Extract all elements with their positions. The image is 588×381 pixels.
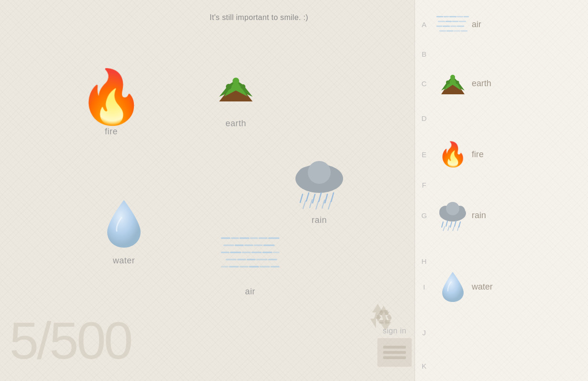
sidebar-row-b: B bbox=[415, 50, 588, 58]
sidebar-row-a: A air bbox=[415, 14, 588, 34]
sidebar-letter-e: E bbox=[415, 150, 434, 159]
earth-label: earth bbox=[225, 119, 246, 129]
sign-in-label: sign in bbox=[383, 327, 406, 335]
sidebar-letter-f: F bbox=[415, 181, 434, 189]
score-display: 5/500 bbox=[10, 314, 131, 367]
menu-bar-2 bbox=[383, 351, 406, 354]
water-emoji-large bbox=[102, 198, 145, 252]
sign-in-area[interactable]: sign in bbox=[377, 327, 412, 367]
menu-bar-1 bbox=[383, 346, 406, 349]
svg-point-71 bbox=[450, 75, 455, 80]
sidebar-icon-fire: 🔥 bbox=[434, 140, 472, 168]
sidebar-label-earth: earth bbox=[472, 79, 491, 89]
sidebar-letter-k: K bbox=[415, 362, 434, 370]
sidebar-icon-air bbox=[434, 14, 472, 34]
sidebar-row-e: E 🔥 fire bbox=[415, 140, 588, 168]
svg-line-16 bbox=[303, 201, 305, 209]
fire-label: fire bbox=[105, 127, 118, 137]
rain-item[interactable]: rain bbox=[286, 157, 353, 225]
svg-point-72 bbox=[456, 81, 459, 84]
svg-line-82 bbox=[443, 227, 445, 231]
svg-line-10 bbox=[300, 194, 303, 202]
rain-label: rain bbox=[312, 215, 327, 225]
svg-line-80 bbox=[455, 221, 456, 226]
sidebar-row-g: G rain bbox=[415, 200, 588, 231]
sidebar-letter-a: A bbox=[415, 20, 434, 29]
earth-emoji-large bbox=[212, 70, 260, 115]
air-pattern-large bbox=[219, 233, 281, 283]
svg-line-77 bbox=[442, 222, 443, 227]
sidebar-letter-i: I bbox=[415, 283, 434, 291]
sidebar-row-k: K bbox=[415, 362, 588, 370]
sidebar-icon-rain bbox=[434, 200, 472, 231]
svg-line-14 bbox=[325, 194, 327, 203]
water-item[interactable]: water bbox=[102, 198, 145, 266]
earth-item[interactable]: earth bbox=[212, 70, 260, 129]
svg-line-20 bbox=[328, 201, 331, 209]
air-label: air bbox=[245, 287, 255, 297]
sidebar-letter-g: G bbox=[415, 211, 434, 220]
sidebar-letter-h: H bbox=[415, 257, 434, 265]
svg-point-3 bbox=[226, 84, 232, 90]
sidebar-letter-b: B bbox=[415, 50, 434, 58]
svg-line-12 bbox=[313, 194, 315, 203]
menu-bar-3 bbox=[383, 356, 406, 359]
sidebar-label-fire: fire bbox=[472, 150, 484, 160]
fire-emoji-large: 🔥 bbox=[79, 70, 144, 123]
svg-line-19 bbox=[322, 200, 324, 208]
air-item[interactable]: air bbox=[219, 233, 281, 297]
svg-point-5 bbox=[241, 84, 245, 89]
sidebar-label-water: water bbox=[472, 282, 493, 292]
fire-item[interactable]: 🔥 fire bbox=[79, 70, 144, 137]
svg-line-84 bbox=[453, 227, 454, 231]
sidebar-row-d: D bbox=[415, 114, 588, 122]
sidebar-row-f: F bbox=[415, 181, 588, 189]
sidebar-icon-water bbox=[434, 271, 472, 303]
sidebar-letter-c: C bbox=[415, 80, 434, 88]
svg-line-85 bbox=[457, 226, 459, 231]
svg-line-15 bbox=[331, 193, 334, 201]
svg-line-79 bbox=[450, 222, 452, 227]
svg-point-70 bbox=[446, 80, 450, 84]
sidebar-letter-d: D bbox=[415, 114, 434, 122]
svg-point-76 bbox=[446, 202, 459, 215]
sidebar-row-j: J bbox=[415, 329, 588, 337]
sidebar-letter-j: J bbox=[415, 329, 434, 337]
sign-in-button[interactable] bbox=[377, 338, 412, 367]
svg-point-4 bbox=[233, 78, 239, 84]
svg-line-18 bbox=[316, 201, 318, 209]
svg-line-17 bbox=[310, 200, 312, 208]
sidebar-icon-earth bbox=[434, 70, 472, 97]
svg-line-78 bbox=[446, 221, 447, 226]
svg-point-9 bbox=[308, 161, 331, 184]
svg-text:♻: ♻ bbox=[375, 306, 393, 329]
svg-line-81 bbox=[459, 222, 460, 227]
svg-line-83 bbox=[448, 226, 449, 231]
sidebar-row-h: H bbox=[415, 257, 588, 265]
svg-line-11 bbox=[306, 193, 309, 201]
sidebar-label-air: air bbox=[472, 20, 481, 30]
sidebar-row-c: C earth bbox=[415, 70, 588, 97]
water-label: water bbox=[113, 256, 135, 266]
sidebar-label-rain: rain bbox=[472, 211, 486, 221]
sidebar-row-i: I water bbox=[415, 271, 588, 303]
tagline: It's still important to smile. :) bbox=[210, 13, 308, 22]
rain-emoji-large bbox=[286, 157, 353, 211]
svg-line-13 bbox=[319, 193, 321, 201]
